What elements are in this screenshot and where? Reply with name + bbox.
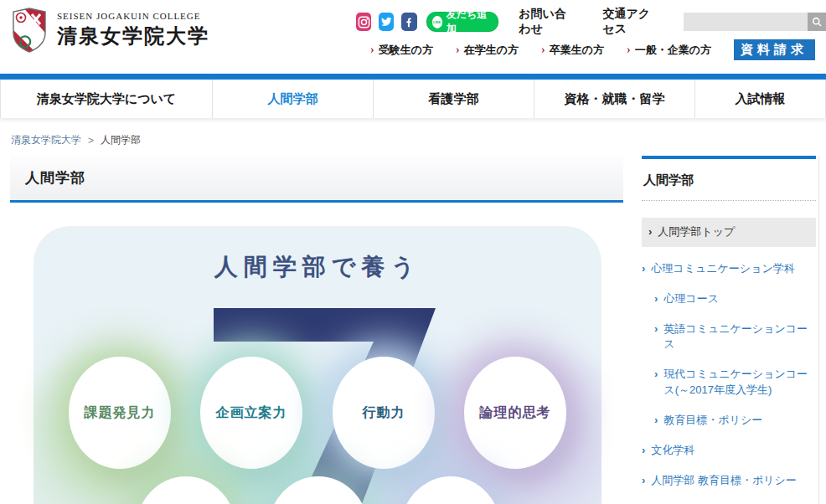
skill-circle-planning: 企画立案力 (200, 357, 302, 469)
chevron-right-icon: › (642, 473, 645, 488)
nav-item-human-studies[interactable]: 人間学部 (212, 80, 373, 118)
sidebar-item-faculty-top[interactable]: ›人間学部トップ (642, 218, 816, 247)
sidebar-item-psychology-course[interactable]: ›心理コース (654, 291, 816, 307)
section-sidebar: 人間学部 ›人間学部トップ ›心理コミュニケーション学科 ›心理コース ›英語コ… (642, 156, 816, 504)
breadcrumb-home-link[interactable]: 清泉女学院大学 (11, 133, 81, 147)
chevron-right-icon: › (456, 44, 460, 56)
skill-label: 課題発見力 (85, 404, 156, 422)
chevron-right-icon: › (648, 224, 652, 239)
skill-circle-problem-finding: 課題発見力 (69, 357, 171, 469)
sidebar-item-culture-department[interactable]: ›文化学科 (642, 443, 816, 459)
main-nav: 清泉女学院大学について 人間学部 看護学部 資格・就職・留学 入試情報 (0, 80, 826, 118)
sidebar-menu: ›人間学部トップ ›心理コミュニケーション学科 ›心理コース ›英語コミュニケー… (642, 201, 816, 504)
page: SEISEN JOGAKUIN COLLEGE 清泉女学院大学 LINE 友だち… (0, 0, 826, 504)
page-title-box: 人間学部 (10, 156, 623, 203)
nav-item-nursing[interactable]: 看護学部 (373, 80, 534, 118)
line-icon: LINE (432, 16, 442, 28)
college-crest-icon (10, 7, 49, 54)
logo-text-en: SEISEN JOGAKUIN COLLEGE (57, 11, 209, 21)
sidebar-item-education-policy-sub[interactable]: ›教育目標・ポリシー (654, 413, 816, 429)
page-title: 人間学部 (10, 156, 623, 200)
header-utility-row: LINE 友だち追加 お問い合わせ 交通アクセス (356, 12, 826, 32)
chevron-right-icon: › (541, 44, 545, 56)
logo-text: SEISEN JOGAKUIN COLLEGE 清泉女学院大学 (57, 11, 209, 49)
chevron-right-icon: › (370, 44, 374, 56)
chevron-right-icon: › (654, 413, 658, 428)
skill-label: 企画立案力 (216, 404, 287, 422)
breadcrumb-separator: > (88, 135, 94, 147)
site-logo[interactable]: SEISEN JOGAKUIN COLLEGE 清泉女学院大学 (10, 7, 209, 54)
chevron-right-icon: › (642, 443, 645, 458)
nav-item-about[interactable]: 清泉女学院大学について (0, 80, 212, 118)
request-materials-button[interactable]: 資料請求 (734, 39, 815, 60)
breadcrumb: 清泉女学院大学 > 人間学部 (11, 133, 141, 147)
skill-label: 行動力 (363, 404, 405, 422)
skill-circle-action: 行動力 (333, 357, 435, 469)
search-button[interactable] (808, 13, 826, 31)
sidebar-title: 人間学部 (642, 159, 816, 201)
chevron-right-icon: › (627, 44, 631, 56)
logo-text-ja: 清泉女学院大学 (57, 23, 209, 49)
accent-bar (0, 74, 826, 80)
skill-label: 論理的思考 (480, 404, 551, 422)
sidebar-item-modern-communication-course[interactable]: ›現代コミュニケーションコース(～2017年度入学生) (654, 367, 816, 399)
applicants-link[interactable]: ›受験生の方 (370, 43, 433, 58)
hero-image: 人間学部で養う 課題発見力 企画立案力 行動力 論理的思考 (12, 209, 623, 504)
sidebar-item-psych-communication[interactable]: ›心理コミュニケーション学科 (642, 261, 816, 277)
search-icon (811, 16, 823, 28)
chevron-right-icon: › (654, 321, 658, 337)
breadcrumb-current: 人間学部 (101, 133, 141, 147)
facebook-icon[interactable] (401, 13, 416, 31)
skill-circle-logical-thinking: 論理的思考 (464, 357, 566, 469)
sidebar-item-english-communication-course[interactable]: ›英語コミュニケーションコース (654, 321, 816, 353)
nav-item-admissions[interactable]: 入試情報 (694, 80, 826, 118)
site-header: SEISEN JOGAKUIN COLLEGE 清泉女学院大学 LINE 友だち… (0, 0, 826, 74)
line-add-friend-button[interactable]: LINE 友だち追加 (426, 12, 499, 32)
sidebar-item-faculty-education-policy[interactable]: ›人間学部 教育目標・ポリシー (642, 473, 816, 489)
contact-link[interactable]: お問い合わせ (519, 7, 577, 37)
general-business-link[interactable]: ›一般・企業の方 (627, 43, 711, 58)
search-box (684, 13, 826, 31)
chevron-right-icon: › (654, 367, 658, 382)
alumni-link[interactable]: ›卒業生の方 (541, 43, 604, 58)
nav-item-career[interactable]: 資格・就職・留学 (534, 80, 694, 118)
line-button-label: 友だち追加 (447, 8, 488, 36)
chevron-right-icon: › (642, 261, 645, 276)
search-input[interactable] (684, 13, 808, 31)
chevron-right-icon: › (654, 291, 658, 306)
twitter-icon[interactable] (379, 13, 394, 31)
current-students-link[interactable]: ›在学生の方 (456, 43, 519, 58)
access-link[interactable]: 交通アクセス (603, 7, 662, 37)
divider (818, 156, 819, 504)
instagram-icon[interactable] (356, 13, 371, 31)
audience-links-row: ›受験生の方 ›在学生の方 ›卒業生の方 ›一般・企業の方 資料請求 (370, 39, 815, 60)
